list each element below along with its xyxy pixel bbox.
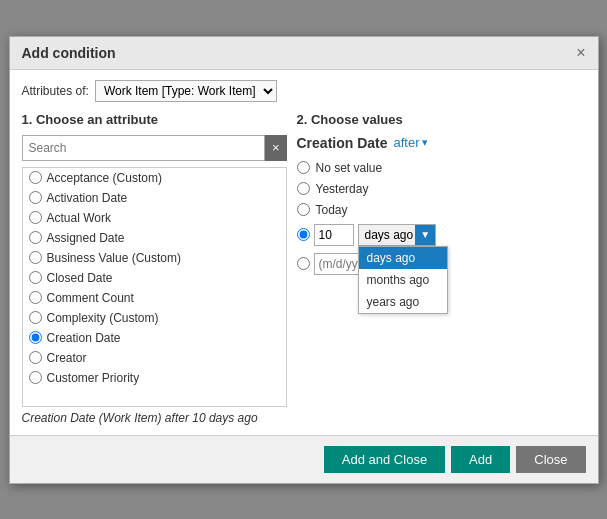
attribute-label: Complexity (Custom): [47, 311, 159, 325]
today-radio[interactable]: [297, 203, 310, 216]
today-option: Today: [297, 203, 586, 217]
attribute-label: Creator: [47, 351, 87, 365]
right-section-title: 2. Choose values: [297, 112, 586, 127]
days-ago-row: days ago ▼ days ago months ago years ago: [297, 224, 586, 246]
list-item[interactable]: Comment Count: [23, 288, 286, 308]
yesterday-radio[interactable]: [297, 182, 310, 195]
attribute-list: Acceptance (Custom)Activation DateActual…: [22, 167, 287, 407]
no-set-value-label: No set value: [316, 161, 383, 175]
unit-select-button[interactable]: days ago ▼: [358, 224, 437, 246]
attributes-row: Attributes of: Work Item [Type: Work Ite…: [22, 80, 586, 102]
unit-option-days-ago[interactable]: days ago: [359, 247, 447, 269]
attributes-select[interactable]: Work Item [Type: Work Item]: [95, 80, 277, 102]
attribute-label: Creation Date: [47, 331, 121, 345]
creation-date-label: Creation Date: [297, 135, 388, 151]
list-item[interactable]: Closed Date: [23, 268, 286, 288]
attribute-label: Customer Priority: [47, 371, 140, 385]
attribute-radio[interactable]: [29, 231, 42, 244]
add-condition-dialog: Add condition × Attributes of: Work Item…: [9, 36, 599, 484]
after-dropdown-button[interactable]: after: [394, 135, 428, 150]
list-item[interactable]: Creator: [23, 348, 286, 368]
right-column: 2. Choose values Creation Date after No …: [297, 112, 586, 407]
attribute-label: Activation Date: [47, 191, 128, 205]
today-label: Today: [316, 203, 348, 217]
attribute-radio[interactable]: [29, 191, 42, 204]
attribute-radio[interactable]: [29, 271, 42, 284]
dialog-title: Add condition: [22, 45, 116, 61]
list-item[interactable]: Customer Priority: [23, 368, 286, 388]
attribute-radio[interactable]: [29, 351, 42, 364]
dialog-footer: Add and Close Add Close: [10, 435, 598, 483]
attribute-radio[interactable]: [29, 171, 42, 184]
list-item[interactable]: Acceptance (Custom): [23, 168, 286, 188]
search-row: ×: [22, 135, 287, 161]
left-column: 1. Choose an attribute × Acceptance (Cus…: [22, 112, 287, 407]
two-columns: 1. Choose an attribute × Acceptance (Cus…: [22, 112, 586, 407]
condition-summary: Creation Date (Work Item) after 10 days …: [22, 411, 586, 425]
days-ago-radio[interactable]: [297, 228, 310, 241]
list-item[interactable]: Creation Date: [23, 328, 286, 348]
attribute-radio[interactable]: [29, 251, 42, 264]
yesterday-label: Yesterday: [316, 182, 369, 196]
attribute-label: Assigned Date: [47, 231, 125, 245]
unit-option-years-ago[interactable]: years ago: [359, 291, 447, 313]
unit-select-arrow-icon: ▼: [415, 225, 435, 245]
attribute-label: Acceptance (Custom): [47, 171, 162, 185]
search-clear-button[interactable]: ×: [265, 135, 287, 161]
add-button[interactable]: Add: [451, 446, 510, 473]
attribute-radio[interactable]: [29, 211, 42, 224]
add-and-close-button[interactable]: Add and Close: [324, 446, 445, 473]
attribute-radio[interactable]: [29, 371, 42, 384]
dialog-header: Add condition ×: [10, 37, 598, 70]
list-item[interactable]: Activation Date: [23, 188, 286, 208]
attribute-label: Actual Work: [47, 211, 111, 225]
dialog-close-button[interactable]: ×: [576, 45, 585, 61]
dialog-body: Attributes of: Work Item [Type: Work Ite…: [10, 70, 598, 435]
unit-option-months-ago[interactable]: months ago: [359, 269, 447, 291]
attribute-radio[interactable]: [29, 331, 42, 344]
search-input[interactable]: [22, 135, 265, 161]
unit-select-wrapper: days ago ▼ days ago months ago years ago: [358, 224, 437, 246]
unit-dropdown: days ago months ago years ago: [358, 246, 448, 314]
close-button[interactable]: Close: [516, 446, 585, 473]
attribute-radio[interactable]: [29, 291, 42, 304]
list-item[interactable]: Complexity (Custom): [23, 308, 286, 328]
no-set-value-option: No set value: [297, 161, 586, 175]
list-item[interactable]: Assigned Date: [23, 228, 286, 248]
days-ago-number-input[interactable]: [314, 224, 354, 246]
no-set-value-radio[interactable]: [297, 161, 310, 174]
unit-selected-label: days ago: [365, 228, 414, 242]
date-radio[interactable]: [297, 257, 310, 270]
list-item[interactable]: Actual Work: [23, 208, 286, 228]
attribute-radio[interactable]: [29, 311, 42, 324]
creation-date-row: Creation Date after: [297, 135, 586, 151]
yesterday-option: Yesterday: [297, 182, 586, 196]
list-item[interactable]: Business Value (Custom): [23, 248, 286, 268]
attribute-label: Closed Date: [47, 271, 113, 285]
attribute-label: Business Value (Custom): [47, 251, 182, 265]
left-section-title: 1. Choose an attribute: [22, 112, 287, 127]
attributes-label: Attributes of:: [22, 84, 89, 98]
attribute-label: Comment Count: [47, 291, 134, 305]
